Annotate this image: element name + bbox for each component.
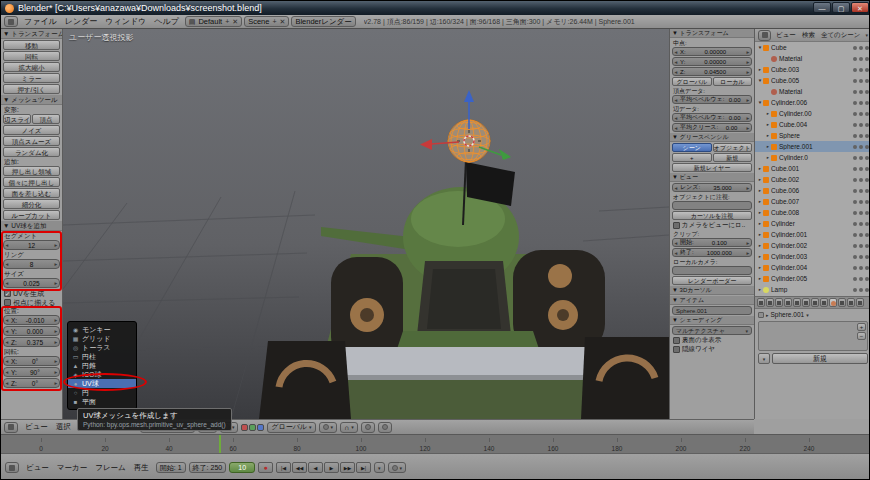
- translate-manipulator-toggle[interactable]: [241, 424, 248, 431]
- selectability-icon[interactable]: [859, 167, 863, 171]
- title-bar[interactable]: Blender* [C:¥Users¥anazawa¥Downloads¥scr…: [1, 1, 870, 15]
- add-menu-item[interactable]: ▲円錐: [68, 361, 136, 370]
- visibility-icon[interactable]: [853, 189, 857, 193]
- menubar-item[interactable]: レンダー: [61, 16, 102, 27]
- timeline-menu[interactable]: 再生: [130, 463, 153, 473]
- opengl-render-button[interactable]: [361, 422, 375, 433]
- increment-arrow-icon[interactable]: ▸: [745, 185, 751, 191]
- increment-arrow-icon[interactable]: ▸: [53, 328, 59, 334]
- number-field[interactable]: ◂平均ベベルウェ:0.00▸: [672, 95, 752, 104]
- panel-button[interactable]: レンダーボーダー: [672, 276, 752, 285]
- tank-model[interactable]: [259, 159, 669, 419]
- outliner-row[interactable]: ▸Cube.001: [755, 163, 870, 174]
- number-field[interactable]: ◂12▸: [3, 240, 60, 250]
- selectability-icon[interactable]: [859, 178, 863, 182]
- outliner-row[interactable]: ▸Cube.003: [755, 64, 870, 75]
- tool-button[interactable]: ノイズ: [3, 125, 60, 135]
- outliner-search-menu[interactable]: 検索: [801, 31, 816, 40]
- panel-header[interactable]: ▼ アイテム: [670, 296, 754, 305]
- outliner-row[interactable]: Material: [755, 86, 870, 97]
- visibility-icon[interactable]: [853, 266, 857, 270]
- increment-arrow-icon[interactable]: ▸: [53, 339, 59, 345]
- visibility-icon[interactable]: [853, 255, 857, 259]
- visibility-icon[interactable]: [853, 167, 857, 171]
- selectability-icon[interactable]: [859, 222, 863, 226]
- increment-arrow-icon[interactable]: ▸: [745, 97, 751, 103]
- checkbox[interactable]: [673, 346, 680, 353]
- number-field[interactable]: ◂Y:0.00000▸: [672, 57, 752, 66]
- delete-screen-icon[interactable]: ✕: [232, 18, 238, 26]
- opengl-render-anim-button[interactable]: [378, 422, 392, 433]
- text-field[interactable]: [672, 266, 752, 275]
- browse-material-icon[interactable]: ▾: [758, 353, 770, 364]
- checkbox-row[interactable]: 裏面の非表示: [670, 336, 754, 344]
- visibility-icon[interactable]: [853, 134, 857, 138]
- checkbox[interactable]: [673, 222, 680, 229]
- selectability-icon[interactable]: [859, 134, 863, 138]
- visibility-icon[interactable]: [853, 46, 857, 50]
- selectability-icon[interactable]: [859, 123, 863, 127]
- snap-dropdown[interactable]: ∩ ▾: [340, 422, 358, 433]
- playback-play-reverse-button[interactable]: ◀: [308, 462, 323, 473]
- timeline-ruler[interactable]: 020406080100120140160180200220240: [1, 434, 870, 453]
- tool-button[interactable]: 移動: [3, 40, 60, 50]
- increment-arrow-icon[interactable]: ▸: [53, 369, 59, 375]
- text-field[interactable]: [672, 201, 752, 210]
- renderability-icon[interactable]: [865, 244, 869, 248]
- add-menu-item[interactable]: ◈ICO球: [68, 370, 136, 379]
- playback-play-button[interactable]: ▶: [324, 462, 339, 473]
- renderability-icon[interactable]: [865, 112, 869, 116]
- props-tab-modifiers[interactable]: [811, 298, 819, 307]
- delete-scene-icon[interactable]: ✕: [280, 18, 286, 26]
- screen-layout-selector[interactable]: ▤ Default + ✕: [185, 16, 242, 27]
- increment-arrow-icon[interactable]: ▸: [745, 59, 751, 65]
- rotate-manipulator-toggle[interactable]: [249, 424, 256, 431]
- close-button[interactable]: ✕: [851, 2, 869, 13]
- renderability-icon[interactable]: [865, 145, 869, 149]
- viewport-3d-scene[interactable]: [63, 29, 669, 419]
- visibility-icon[interactable]: [853, 57, 857, 61]
- outliner-row[interactable]: ▸Cylinder.005: [755, 273, 870, 284]
- increment-arrow-icon[interactable]: ▸: [745, 125, 751, 131]
- outliner-row[interactable]: Material: [755, 53, 870, 64]
- visibility-icon[interactable]: [853, 244, 857, 248]
- outliner-row[interactable]: ▼Cylinder.006: [755, 97, 870, 108]
- selectability-icon[interactable]: [859, 101, 863, 105]
- timeline-editor-icon[interactable]: [5, 462, 19, 473]
- auto-keyframe-record-button[interactable]: ●: [258, 462, 273, 473]
- selectability-icon[interactable]: [859, 112, 863, 116]
- selectability-icon[interactable]: [859, 46, 863, 50]
- visibility-icon[interactable]: [853, 222, 857, 226]
- number-field[interactable]: ◂平均クリース:0.00▸: [672, 123, 752, 132]
- toggle-button[interactable]: 新規: [713, 153, 753, 162]
- maximize-button[interactable]: ▢: [832, 2, 850, 13]
- panel-header[interactable]: ▼ 3Dカーソル: [670, 286, 754, 295]
- increment-arrow-icon[interactable]: ▸: [53, 317, 59, 323]
- add-menu-item[interactable]: ▭円柱: [68, 352, 136, 361]
- selectability-icon[interactable]: [859, 288, 863, 292]
- toggle-button[interactable]: +: [672, 153, 712, 162]
- render-engine-selector[interactable]: Blenderレンダー: [291, 16, 355, 27]
- tool-button[interactable]: 頂点: [32, 114, 60, 124]
- visibility-icon[interactable]: [853, 277, 857, 281]
- timeline-menu[interactable]: マーカー: [53, 463, 91, 473]
- add-menu-item[interactable]: ○円: [68, 388, 136, 397]
- selectability-icon[interactable]: [859, 255, 863, 259]
- panel-header[interactable]: ▼ ビュー: [670, 173, 754, 182]
- checkbox[interactable]: [4, 299, 11, 306]
- increment-arrow-icon[interactable]: ▸: [745, 250, 751, 256]
- outliner-row[interactable]: ▸Cylinder.003: [755, 251, 870, 262]
- increment-arrow-icon[interactable]: ▸: [745, 240, 751, 246]
- outliner-row[interactable]: ▸Lamp: [755, 284, 870, 295]
- checkbox[interactable]: ✓: [4, 290, 11, 297]
- sync-mode-dropdown[interactable]: ▾: [374, 462, 385, 473]
- props-tab-scene[interactable]: [775, 298, 783, 307]
- outliner-row[interactable]: ▼Cube: [755, 42, 870, 53]
- tool-button[interactable]: 押す/引く: [3, 84, 60, 94]
- outliner-row[interactable]: ▼Cube.005: [755, 75, 870, 86]
- props-tab-world[interactable]: [784, 298, 792, 307]
- selectability-icon[interactable]: [859, 233, 863, 237]
- scale-manipulator-toggle[interactable]: [257, 424, 264, 431]
- tool-button[interactable]: 頂点スムーズ: [3, 136, 60, 146]
- outliner-row[interactable]: ▸Cube.007: [755, 196, 870, 207]
